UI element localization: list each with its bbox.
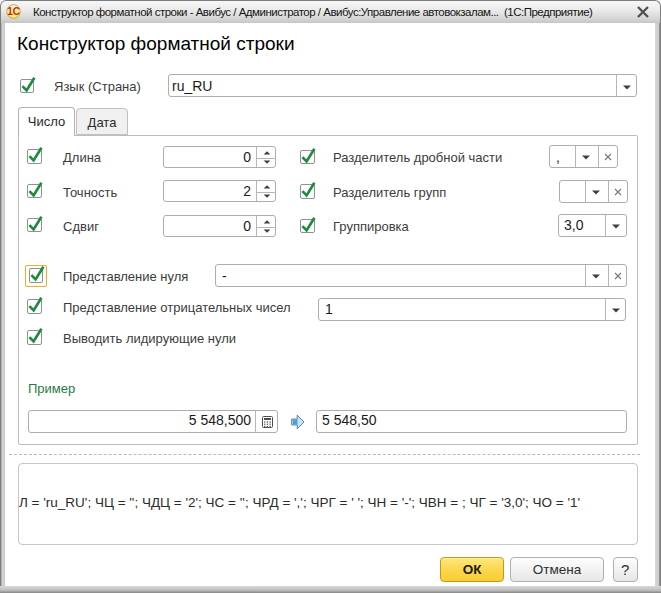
svg-text:1С: 1С	[7, 6, 20, 17]
